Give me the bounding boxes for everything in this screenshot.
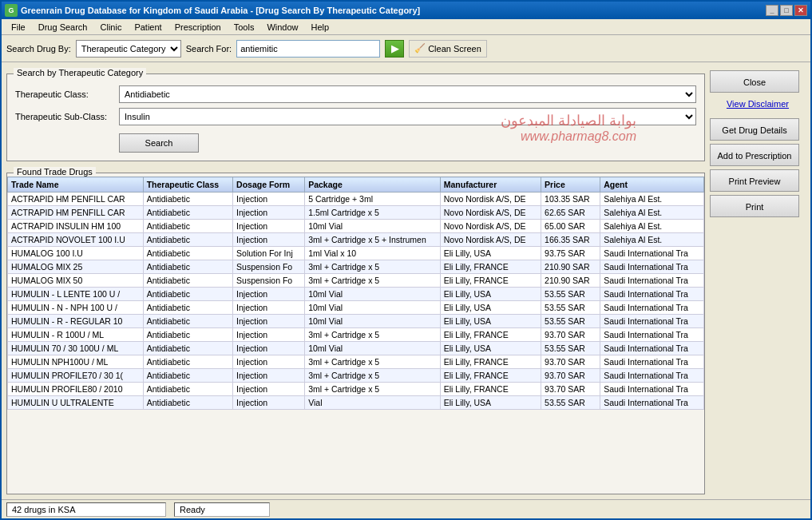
drug-table-wrapper[interactable]: Trade NameTherapeutic ClassDosage FormPa… (7, 177, 704, 473)
table-row[interactable]: HUMULIN 70 / 30 100U / MLAntidiabeticInj… (8, 342, 704, 355)
table-row[interactable]: HUMULIN - R 100U / MLAntidiabeticInjecti… (8, 328, 704, 342)
table-cell: HUMALOG MIX 25 (8, 260, 144, 274)
table-row[interactable]: HUMULIN - N - NPH 100 U /AntidiabeticInj… (8, 301, 704, 315)
drug-table-header: Trade NameTherapeutic ClassDosage FormPa… (8, 177, 704, 193)
table-cell: 53.55 SAR (541, 396, 600, 410)
table-row[interactable]: HUMALOG MIX 50AntidiabeticSuspension Fo3… (8, 274, 704, 288)
restore-button[interactable]: □ (780, 5, 793, 16)
table-row[interactable]: HUMULIN NPH100U / MLAntidiabeticInjectio… (8, 355, 704, 369)
table-cell: Saudi International Tra (600, 383, 704, 396)
go-button[interactable]: ▶ (385, 40, 404, 58)
table-cell: Saudi International Tra (600, 301, 704, 315)
print-button[interactable]: Print (710, 195, 799, 217)
table-cell: Eli Lilly, FRANCE (440, 369, 541, 383)
toolbar: Search Drug By: Therapeutic CategoryGene… (2, 35, 810, 62)
watermark-arabic: بوابة الصيادلة المبدعون (501, 112, 636, 129)
table-cell: 53.55 SAR (541, 301, 600, 315)
right-panel: Close View Disclaimer Get Drug Details A… (710, 67, 806, 494)
class-row: Therapeutic Class: AntidiabeticAntibioti… (15, 85, 696, 103)
search-for-label: Search For: (186, 44, 232, 54)
menu-item-file[interactable]: File (5, 21, 32, 34)
table-cell: Antidiabetic (143, 288, 232, 301)
table-cell: 1ml Vial x 10 (305, 247, 441, 260)
table-cell: Eli Lilly, USA (440, 301, 541, 315)
col-header: Package (305, 177, 441, 193)
table-cell: Injection (233, 355, 305, 369)
table-cell: Saudi International Tra (600, 247, 704, 260)
table-cell: Injection (233, 288, 305, 301)
table-row[interactable]: HUMULIN - R - REGULAR 10AntidiabeticInje… (8, 315, 704, 328)
table-cell: Antidiabetic (143, 193, 232, 206)
table-cell: Suspension Fo (233, 274, 305, 288)
clean-screen-button[interactable]: 🧹 Clean Screen (409, 40, 487, 58)
search-by-select[interactable]: Therapeutic CategoryGeneric NameTrade Na… (76, 40, 181, 58)
table-cell: Saudi International Tra (600, 369, 704, 383)
table-cell: 93.70 SAR (541, 328, 600, 342)
search-button[interactable]: Search (119, 133, 199, 153)
table-cell: Antidiabetic (143, 342, 232, 355)
clean-label: Clean Screen (428, 44, 481, 54)
menu-item-prescription[interactable]: Prescription (168, 21, 228, 34)
close-window-button[interactable]: ✕ (794, 5, 807, 16)
table-cell: Injection (233, 233, 305, 247)
table-cell: Injection (233, 301, 305, 315)
table-row[interactable]: HUMULIN PROFILE70 / 30 1(AntidiabeticInj… (8, 369, 704, 383)
search-for-input[interactable] (236, 40, 380, 58)
menu-item-window[interactable]: Window (260, 21, 304, 34)
clean-icon: 🧹 (414, 43, 426, 54)
view-disclaimer-link[interactable]: View Disclaimer (710, 99, 806, 109)
table-cell: Injection (233, 220, 305, 233)
minimize-button[interactable]: _ (766, 5, 778, 16)
print-preview-button[interactable]: Print Preview (710, 169, 799, 192)
col-header: Manufacturer (440, 177, 541, 193)
get-drug-details-button[interactable]: Get Drug Details (710, 118, 799, 141)
table-row[interactable]: ACTRAPID HM PENFILL CARAntidiabeticInjec… (8, 193, 704, 206)
table-cell: Injection (233, 193, 305, 206)
table-cell: Saudi International Tra (600, 342, 704, 355)
status-bar: 42 drugs in KSA Ready (2, 499, 810, 518)
search-group-title: Search by Therapeutic Category (14, 68, 146, 77)
table-cell: Novo Nordisk A/S, DE (440, 193, 541, 206)
table-cell: 210.90 SAR (541, 274, 600, 288)
table-row[interactable]: ACTRAPID INSULIN HM 100AntidiabeticInjec… (8, 220, 704, 233)
table-cell: 10ml Vial (305, 301, 441, 315)
menu-item-drug search[interactable]: Drug Search (32, 21, 94, 34)
table-cell: Eli Lilly, FRANCE (440, 274, 541, 288)
title-bar: G Greenrain Drug Database for Kingdom of… (2, 2, 810, 19)
table-row[interactable]: HUMULIN - L LENTE 100 U /AntidiabeticInj… (8, 288, 704, 301)
table-row[interactable]: HUMALOG MIX 25AntidiabeticSuspension Fo3… (8, 260, 704, 274)
table-cell: Saudi International Tra (600, 315, 704, 328)
table-cell: HUMULIN PROFILE80 / 2010 (8, 383, 144, 396)
table-cell: Antidiabetic (143, 233, 232, 247)
table-cell: 93.75 SAR (541, 247, 600, 260)
table-cell: 3ml + Cartridge x 5 (305, 355, 441, 369)
table-cell: Salehiya Al Est. (600, 193, 704, 206)
menu-item-patient[interactable]: Patient (128, 21, 168, 34)
drug-count-text: 42 drugs in KSA (12, 505, 76, 514)
table-row[interactable]: ACTRAPID NOVOLET 100 I.UAntidiabeticInje… (8, 233, 704, 247)
table-cell: 166.35 SAR (541, 233, 600, 247)
table-row[interactable]: HUMALOG 100 I.UAntidiabeticSolution For … (8, 247, 704, 260)
table-cell: HUMULIN - L LENTE 100 U / (8, 288, 144, 301)
menu-item-clinic[interactable]: Clinic (94, 21, 129, 34)
table-cell: Injection (233, 315, 305, 328)
close-button[interactable]: Close (710, 70, 799, 93)
menu-item-tools[interactable]: Tools (228, 21, 261, 34)
menu-item-help[interactable]: Help (305, 21, 336, 34)
app-icon: G (5, 4, 18, 17)
class-select[interactable]: AntidiabeticAntibioticAntihypertensive (119, 85, 696, 103)
table-cell: 65.00 SAR (541, 220, 600, 233)
table-row[interactable]: HUMULIN U ULTRALENTEAntidiabeticInjectio… (8, 396, 704, 410)
table-cell: 53.55 SAR (541, 342, 600, 355)
table-cell: 103.35 SAR (541, 193, 600, 206)
table-row[interactable]: ACTRAPID HM PENFILL CARAntidiabeticInjec… (8, 206, 704, 220)
subclass-label: Therapeutic Sub-Class: (15, 112, 119, 121)
search-by-label: Search Drug By: (6, 44, 71, 54)
table-cell: Eli Lilly, USA (440, 396, 541, 410)
table-cell: Eli Lilly, USA (440, 315, 541, 328)
table-cell: 10ml Vial (305, 288, 441, 301)
table-cell: 10ml Vial (305, 220, 441, 233)
table-row[interactable]: HUMULIN PROFILE80 / 2010AntidiabeticInje… (8, 383, 704, 396)
main-area: Search by Therapeutic Category Therapeut… (2, 62, 810, 499)
add-to-prescription-button[interactable]: Add to Prescription (710, 144, 799, 166)
